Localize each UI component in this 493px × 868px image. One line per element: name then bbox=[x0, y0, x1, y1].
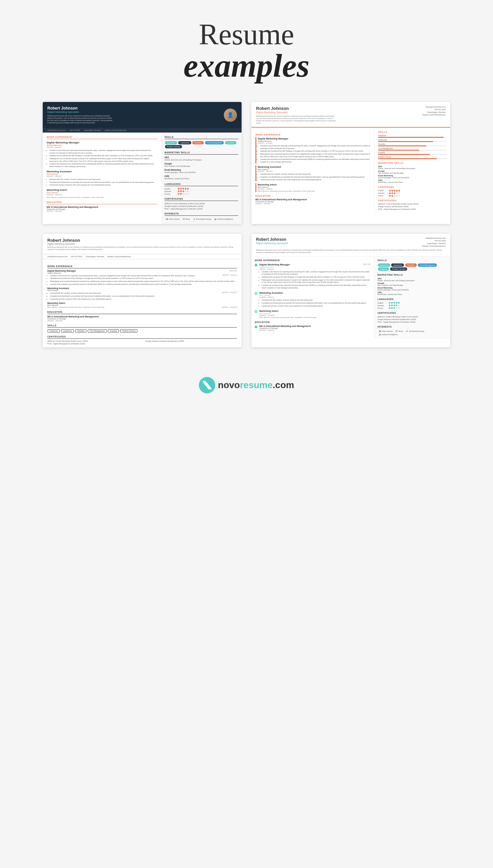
r4-dot2 bbox=[255, 292, 257, 295]
r2-name: Robert Johnson bbox=[256, 106, 338, 111]
r1-job1-bullet2: Updated and monitored the Bid Strategy i… bbox=[49, 154, 157, 157]
r3-tag-empathy: Empathy bbox=[108, 329, 119, 333]
r3-edu-dates: 06/2014 – 08/2018 bbox=[47, 320, 237, 322]
ai-icon: 🤖 bbox=[214, 218, 217, 220]
r1-mkt-cms-title: CMS bbox=[165, 175, 238, 177]
r3-work-title: WORK EXPERIENCE bbox=[47, 265, 237, 268]
r1-job3-title: Marketing Intern bbox=[47, 188, 157, 191]
r3-job3-dates: 06/2014 – 04/2015 bbox=[222, 306, 237, 308]
r3-job2: Marketing Assistant Riot Games 04/2015 –… bbox=[47, 287, 237, 300]
r4-cert2: Google Analytics Individual Qualificatio… bbox=[378, 318, 447, 321]
r4-job1-dates: 08/2017 – present bbox=[259, 268, 371, 270]
r2-job2-title: Marketing Assistant bbox=[258, 165, 370, 168]
r1-skills-title: SKILLS bbox=[165, 136, 238, 139]
r2-job2-bullets: Assisted with the creation of press rele… bbox=[258, 173, 370, 181]
r1-job3-note: Was offered a marketing assistant job af… bbox=[47, 197, 157, 198]
r4-tag-teamwork: Teamwork bbox=[378, 264, 390, 267]
r4-tag-leadership: Leadership bbox=[391, 264, 404, 267]
r4-job2-content: Marketing Assistant Riot Games 04/2015 –… bbox=[259, 291, 371, 308]
r1-location: Copenhagen, Denmark bbox=[84, 129, 101, 131]
title-resume: Resume bbox=[6, 20, 487, 49]
r1-tag-problemsolving: Problem Solving bbox=[165, 145, 182, 148]
footer-logo[interactable]: novoresume.com bbox=[199, 377, 294, 393]
r1-contact-bar: robert@novoresume.com 044 412 2019 Copen… bbox=[43, 128, 241, 132]
r4-job2-bullets: Assisted with the creation of press rele… bbox=[259, 299, 371, 307]
r1-cert3: PCM – Digital Management Certification (… bbox=[165, 208, 238, 210]
r4-header: Robert Johnson Digital Marketing Special… bbox=[252, 234, 450, 256]
r1-tag-timemanagement: Time Management bbox=[205, 141, 224, 144]
r4-email: robert@novoresume.com bbox=[422, 237, 446, 239]
r2-cert-title: CERTIFICATES bbox=[378, 199, 447, 202]
r2-cert1: SEMrush Content Marketing Toolkit Course… bbox=[378, 203, 447, 205]
title-examples: examples bbox=[6, 49, 487, 82]
r2-phone: 044 412 2019 bbox=[422, 108, 446, 110]
r3-phone: 044 412 2019 bbox=[71, 255, 82, 257]
r2-skill-empathy: Empathy bbox=[378, 152, 447, 155]
r3-job2-bullets: Assisted with the creation of press rele… bbox=[47, 292, 237, 300]
r4-summary: Marketing professional with proven exper… bbox=[256, 249, 446, 254]
r4-edu-dot bbox=[255, 326, 257, 328]
r4-dot3 bbox=[255, 310, 257, 313]
r4-tag-empathy: Empathy bbox=[378, 267, 389, 271]
r1-edu-dates: 08/2014 – 08/2018 bbox=[47, 210, 157, 212]
r1-interests-title: INTERESTS bbox=[165, 212, 238, 216]
r1-mkt-seo-text: Ahrefs, Semrush and Link-building Techni… bbox=[165, 159, 238, 161]
r4-sidebar: SKILLS Teamwork Leadership Flexibility T… bbox=[374, 256, 451, 339]
r1-sidebar: SKILLS Teamwork Leadership Flexibility T… bbox=[162, 132, 241, 224]
r4-job3-note: Was offered a marketing assistant job af… bbox=[259, 316, 371, 318]
r3-name: Robert Johnson bbox=[47, 238, 237, 243]
r4-job3-title: Marketing Intern bbox=[259, 310, 371, 312]
r2-lang-french: French bbox=[378, 195, 447, 197]
r2-lang-english: English bbox=[378, 189, 447, 191]
r2-mkt-seo-detail: Ahrefs, Semrush and Link-building Techni… bbox=[378, 167, 447, 169]
resumes-grid: Robert Johnson Digital Marketing Special… bbox=[17, 96, 476, 367]
r1-mkt-seo-title: SEO bbox=[165, 156, 238, 159]
r1-avatar: 👤 bbox=[224, 108, 237, 122]
r1-lang-spanish-dots bbox=[178, 190, 189, 192]
r2-job1-b2: Updated and monitored the Bid Strategy i… bbox=[260, 150, 370, 152]
r1-avatar-image: 👤 bbox=[224, 108, 237, 122]
r4-job2-dates: 04/2015 – 08/2017 bbox=[259, 296, 371, 298]
r2-edu-title: EDUCATION bbox=[255, 195, 370, 197]
r3-skills-title: SKILLS bbox=[47, 324, 237, 328]
r2-job3: Marketing Intern Riot Games 06/2014 – 04… bbox=[255, 183, 370, 192]
r3-header: Robert Johnson Digital Marketing Special… bbox=[43, 234, 241, 253]
r4-phone: 044 412 2019 bbox=[422, 240, 446, 242]
r4-lang-french: French bbox=[378, 307, 447, 309]
r4-dot1 bbox=[255, 264, 257, 266]
r1-tag-empathy: Empathy bbox=[225, 141, 236, 144]
r3-job2-company: Riot Games bbox=[47, 289, 237, 291]
r4-mktskills-title: MARKETING SKILLS bbox=[378, 274, 447, 276]
r3-email: robert@novoresume.com bbox=[47, 255, 68, 257]
r4-job3: Marketing Intern Riot Games 06/2014 – 04… bbox=[255, 310, 371, 318]
r1-lang-french-dots bbox=[178, 193, 189, 195]
r2-lang-title: LANGUAGES bbox=[378, 186, 447, 188]
r2-sidebar: SKILLS Teamwork Leadership Flexibility T… bbox=[374, 128, 450, 214]
r3-job3-title: Marketing Intern bbox=[47, 302, 237, 304]
r1-header: Robert Johnson Digital Marketing Special… bbox=[43, 102, 241, 128]
r2-mktskills-title: MARKETING SKILLS bbox=[378, 162, 447, 164]
r4-interests-title: INTERESTS bbox=[378, 326, 447, 328]
r2-location: Copenhagen, Denmark bbox=[422, 111, 446, 113]
r2-job3-title: Marketing Intern bbox=[258, 183, 370, 186]
r1-job1-bullet1: Created a new format for reporting and p… bbox=[49, 149, 157, 154]
r4-interest-music: 🎵Music bbox=[395, 330, 403, 333]
r2-job1-b3: Redesigned and conducted keyword researc… bbox=[260, 153, 370, 158]
r2-job1-title: Digital Marketing Manager bbox=[258, 137, 370, 140]
r3-summary: Marketing professional with proven exper… bbox=[47, 246, 237, 251]
r1-job3-company: Riot Games bbox=[47, 191, 157, 194]
r1-mktskills-title: MARKETING SKILLS bbox=[165, 151, 238, 154]
r3-cert1: SEMrush Content Marketing Toolkit Course… bbox=[47, 340, 139, 342]
resume-card-1: Robert Johnson Digital Marketing Special… bbox=[43, 102, 241, 224]
r1-interest-videogames: 🎮Video Games bbox=[166, 218, 180, 220]
r1-lang-spanish-label: Spanish bbox=[165, 190, 178, 192]
r4-job2: Marketing Assistant Riot Games 04/2015 –… bbox=[255, 291, 371, 308]
r4-job1-content: New York Digital Marketing Manager Astor… bbox=[259, 263, 371, 290]
renewable-icon: ♻ bbox=[193, 218, 196, 220]
r3-job2-dates: 04/2015 – 08/2017 bbox=[222, 291, 237, 293]
r2-skill-problemsolving: Problem Solving bbox=[378, 156, 447, 159]
resume-card-4: Robert Johnson Digital Marketing Special… bbox=[252, 234, 450, 348]
r3-cert-title: CERTIFICATES bbox=[47, 335, 237, 339]
r1-mkt-email-title: Email Marketing bbox=[165, 169, 238, 171]
r4-contact: robert@novoresume.com 044 412 2019 Copen… bbox=[422, 237, 446, 248]
